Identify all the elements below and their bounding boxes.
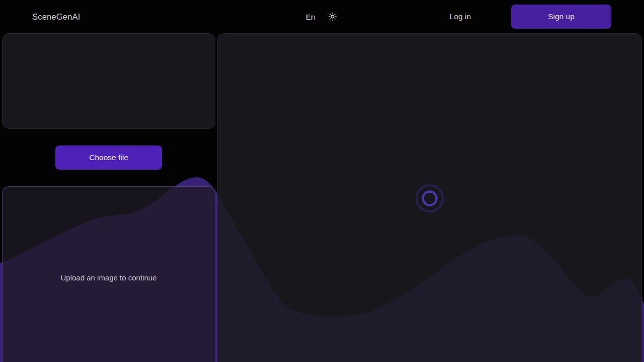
login-link[interactable]: Log in [450,12,471,21]
loading-ring-icon [414,182,446,214]
app-root: SceneGenAI En [0,0,644,362]
choose-file-button[interactable]: Choose file [55,146,162,170]
signup-button[interactable]: Sign up [511,5,611,29]
top-nav: SceneGenAI En [0,0,644,33]
theme-toggle-button[interactable] [328,12,338,22]
canvas-panel [217,33,642,362]
nav-right-group: Log in Sign up [450,0,611,33]
brand-logo[interactable]: SceneGenAI [32,0,80,33]
upload-hint-panel: Upload an image to continue [2,186,215,362]
sun-icon [328,12,338,22]
language-selector[interactable]: En [306,13,315,21]
image-preview-panel [2,33,215,129]
upload-hint-text: Upload an image to continue [61,273,157,282]
nav-center-group: En [306,0,338,33]
